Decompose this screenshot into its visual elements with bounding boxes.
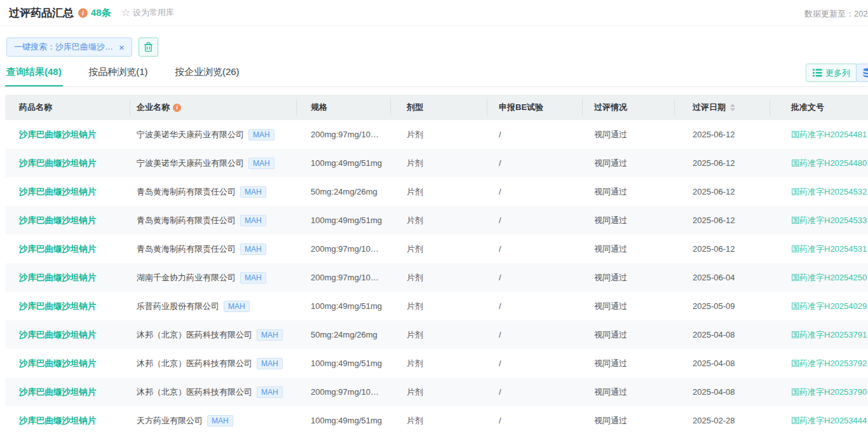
approval-no-link[interactable]: 国药准字H20254481 — [791, 129, 867, 140]
company-name: 沐邦（北京）医药科技有限公司 — [137, 329, 252, 341]
approval-no-link[interactable]: 国药准字H20254533 — [791, 215, 867, 226]
set-favorite-label: 设为常用库 — [133, 7, 174, 18]
col-header-company: 企业名称 — [130, 95, 297, 120]
column-list-icon — [813, 69, 822, 77]
dosage-form-cell: 片剂 — [391, 406, 487, 435]
be-trial-cell: / — [487, 292, 583, 320]
search-filter-tag[interactable]: 一键搜索：沙库巴曲缬沙… × — [6, 38, 132, 57]
col-header-status: 过评情况 — [583, 95, 675, 120]
tab-by-variety[interactable]: 按品种浏览(1) — [87, 62, 149, 85]
status-cell: 视同通过 — [583, 349, 675, 378]
col-header-dosage-form: 剂型 — [391, 95, 487, 120]
spec-cell: 100mg:49mg/51mg — [297, 292, 391, 320]
approval-no-link[interactable]: 国药准字H20253791 — [791, 329, 867, 341]
spec-cell: 100mg:49mg/51mg — [297, 406, 391, 435]
drug-name-link[interactable]: 沙库巴曲缬沙坦钠片 — [19, 415, 97, 427]
drug-name-link[interactable]: 沙库巴曲缬沙坦钠片 — [19, 301, 97, 312]
table-row: 沙库巴曲缬沙坦钠片 青岛黄海制药有限责任公司 MAH 200mg:97mg/10… — [5, 235, 868, 263]
be-trial-cell: / — [487, 120, 583, 149]
table-header-row: 药品名称 企业名称 规格 剂型 申报BE试验 过评情况 过评日期 批准文号 — [5, 95, 868, 120]
mah-badge: MAH — [240, 186, 266, 198]
dosage-form-cell: 片剂 — [391, 235, 487, 263]
sort-icon[interactable] — [730, 104, 735, 111]
mah-badge: MAH — [240, 243, 266, 255]
status-cell: 视同通过 — [583, 177, 675, 206]
be-trial-cell: / — [487, 349, 583, 378]
drug-name-link[interactable]: 沙库巴曲缬沙坦钠片 — [19, 329, 97, 341]
database-icon — [862, 68, 868, 78]
table-row: 沙库巴曲缬沙坦钠片 乐普药业股份有限公司 MAH 100mg:49mg/51mg… — [5, 292, 868, 320]
title-bar: 过评药品汇总 48条 ☆ 设为常用库 数据更新至：202 — [0, 0, 868, 26]
drug-name-link[interactable]: 沙库巴曲缬沙坦钠片 — [19, 272, 97, 284]
be-trial-cell: / — [487, 149, 583, 177]
star-icon: ☆ — [121, 8, 130, 18]
tab-by-company[interactable]: 按企业浏览(26) — [173, 62, 241, 85]
approval-no-link[interactable]: 国药准字H20254532 — [791, 186, 867, 198]
drug-name-link[interactable]: 沙库巴曲缬沙坦钠片 — [19, 243, 97, 255]
clear-filters-button[interactable] — [139, 38, 158, 57]
drug-name-link[interactable]: 沙库巴曲缬沙坦钠片 — [19, 387, 97, 398]
status-cell: 视同通过 — [583, 206, 675, 235]
table-row: 沙库巴曲缬沙坦钠片 青岛黄海制药有限责任公司 MAH 100mg:49mg/51… — [5, 206, 868, 235]
tab-query-results[interactable]: 查询结果(48) — [5, 62, 63, 86]
table-row: 沙库巴曲缬沙坦钠片 沐邦（北京）医药科技有限公司 MAH 200mg:97mg/… — [5, 378, 868, 406]
date-cell: 2025-04-08 — [675, 349, 770, 378]
company-name: 青岛黄海制药有限责任公司 — [137, 186, 236, 198]
col-header-approval-no: 批准文号 — [770, 95, 868, 120]
approval-no-link[interactable]: 国药准字H20254480 — [791, 158, 867, 169]
approval-no-link[interactable]: 国药准字H20254029 — [791, 301, 867, 312]
table-body: 沙库巴曲缬沙坦钠片 宁波美诺华天康药业有限公司 MAH 200mg:97mg/1… — [5, 120, 868, 435]
mah-badge: MAH — [248, 158, 275, 169]
dosage-form-cell: 片剂 — [391, 206, 487, 235]
data-export-button[interactable] — [856, 64, 868, 82]
company-name: 青岛黄海制药有限责任公司 — [137, 243, 236, 255]
drug-name-link[interactable]: 沙库巴曲缬沙坦钠片 — [19, 129, 97, 140]
company-name: 宁波美诺华天康药业有限公司 — [137, 158, 244, 169]
approval-no-link[interactable]: 国药准字H20253792 — [791, 358, 867, 369]
approval-no-link[interactable]: 国药准字H20253444 — [791, 415, 867, 427]
spec-cell: 100mg:49mg/51mg — [297, 206, 391, 235]
drug-name-link[interactable]: 沙库巴曲缬沙坦钠片 — [19, 158, 97, 169]
status-cell: 视同通过 — [583, 406, 675, 435]
close-icon[interactable]: × — [119, 43, 125, 52]
approval-no-link[interactable]: 国药准字H20254250 — [791, 272, 867, 284]
toolbar: 一键搜索：沙库巴曲缬沙… × 更多列 — [0, 26, 868, 57]
approval-no-link[interactable]: 国药准字H20254531 — [791, 243, 867, 255]
drug-name-link[interactable]: 沙库巴曲缬沙坦钠片 — [19, 186, 97, 198]
spec-cell: 200mg:97mg/10… — [297, 263, 391, 292]
more-columns-button[interactable]: 更多列 — [806, 64, 857, 82]
table-row: 沙库巴曲缬沙坦钠片 湖南千金协力药业有限公司 MAH 200mg:97mg/10… — [5, 263, 868, 292]
date-cell: 2025-04-08 — [675, 320, 770, 349]
dosage-form-cell: 片剂 — [391, 120, 487, 149]
company-name: 乐普药业股份有限公司 — [137, 301, 219, 312]
mah-badge: MAH — [207, 415, 233, 427]
status-cell: 视同通过 — [583, 378, 675, 406]
mah-badge: MAH — [257, 358, 283, 369]
spec-cell: 100mg:49mg/51mg — [297, 149, 391, 177]
be-trial-cell: / — [487, 263, 583, 292]
spec-cell: 200mg:97mg/10… — [297, 120, 391, 149]
info-icon[interactable] — [78, 8, 88, 18]
info-icon[interactable] — [173, 104, 181, 112]
table-row: 沙库巴曲缬沙坦钠片 宁波美诺华天康药业有限公司 MAH 200mg:97mg/1… — [5, 120, 868, 149]
dosage-form-cell: 片剂 — [391, 349, 487, 378]
company-name: 湖南千金协力药业有限公司 — [137, 272, 236, 284]
dosage-form-cell: 片剂 — [391, 378, 487, 406]
status-cell: 视同通过 — [583, 263, 675, 292]
spec-cell: 50mg:24mg/26mg — [297, 177, 391, 206]
col-header-spec: 规格 — [297, 95, 391, 120]
approval-no-link[interactable]: 国药准字H20253790 — [791, 387, 867, 398]
set-favorite-button[interactable]: ☆ 设为常用库 — [121, 7, 174, 18]
drug-name-link[interactable]: 沙库巴曲缬沙坦钠片 — [19, 358, 97, 369]
trash-icon — [144, 42, 153, 52]
drug-name-link[interactable]: 沙库巴曲缬沙坦钠片 — [19, 215, 97, 226]
spec-cell: 200mg:97mg/10… — [297, 235, 391, 263]
more-columns-label: 更多列 — [825, 67, 850, 79]
status-cell: 视同通过 — [583, 320, 675, 349]
table-row: 沙库巴曲缬沙坦钠片 青岛黄海制药有限责任公司 MAH 50mg:24mg/26m… — [5, 177, 868, 206]
date-cell: 2025-05-09 — [675, 292, 770, 320]
date-cell: 2025-06-04 — [675, 263, 770, 292]
spec-cell: 100mg:49mg/51mg — [297, 349, 391, 378]
date-cell: 2025-06-12 — [675, 149, 770, 177]
status-cell: 视同通过 — [583, 149, 675, 177]
